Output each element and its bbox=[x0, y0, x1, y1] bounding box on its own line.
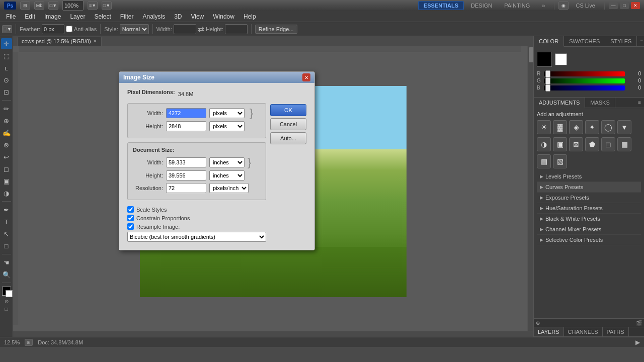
exposure-btn[interactable]: ✦ bbox=[585, 120, 599, 134]
adj-panel-collapse[interactable]: ≡ bbox=[635, 98, 644, 108]
menu-edit[interactable]: Edit bbox=[21, 12, 39, 21]
tab-masks[interactable]: MASKS bbox=[585, 98, 615, 108]
quick-mask[interactable]: ⊙ bbox=[5, 299, 9, 304]
background-color[interactable] bbox=[6, 290, 13, 297]
b-thumb[interactable] bbox=[545, 84, 550, 92]
document-tab[interactable]: cows.psd @ 12.5% (RGB/8) ✕ bbox=[17, 37, 102, 46]
adj-footer-icon2[interactable]: 🎬 bbox=[636, 320, 642, 326]
lasso-tool[interactable]: ʟ bbox=[1, 62, 12, 73]
color-panel-collapse[interactable]: ≡ bbox=[637, 36, 644, 46]
b-slider[interactable] bbox=[544, 85, 625, 90]
tab-swatches[interactable]: SWATCHES bbox=[564, 36, 605, 46]
eraser-tool[interactable]: ◻ bbox=[1, 163, 12, 174]
horizontal-scrollbar[interactable] bbox=[13, 331, 533, 337]
tab-styles[interactable]: STYLES bbox=[605, 36, 637, 46]
levels-presets-item[interactable]: ▶ Levels Presets bbox=[537, 171, 641, 182]
bw-presets-item[interactable]: ▶ Black & White Presets bbox=[537, 214, 641, 224]
g-thumb[interactable] bbox=[545, 77, 550, 84]
width-unit-select[interactable]: pixels percent bbox=[209, 108, 245, 118]
move-tool[interactable]: ✛ bbox=[1, 38, 12, 49]
menu-layer[interactable]: Layer bbox=[66, 12, 89, 21]
huesat-presets-item[interactable]: ▶ Hue/Saturation Presets bbox=[537, 203, 641, 214]
close-button[interactable]: ✕ bbox=[631, 2, 640, 9]
hand-tool[interactable]: ☚ bbox=[1, 257, 12, 268]
scale-styles-checkbox[interactable] bbox=[127, 206, 134, 213]
levels-btn[interactable]: ▓ bbox=[553, 120, 567, 134]
tab-channels[interactable]: CHANNELS bbox=[564, 327, 603, 336]
posterize-btn[interactable]: ▦ bbox=[617, 137, 631, 151]
refine-edge-button[interactable]: Refine Edge... bbox=[255, 25, 297, 34]
gradient-map-btn[interactable]: ▤ bbox=[537, 154, 551, 168]
doc-tab-close[interactable]: ✕ bbox=[93, 39, 97, 44]
foreground-swatch[interactable] bbox=[537, 52, 552, 67]
foreground-color[interactable] bbox=[2, 287, 11, 296]
style-select[interactable]: Normal bbox=[120, 24, 149, 34]
tb-icon3[interactable]: □▼ bbox=[48, 2, 58, 10]
auto-button[interactable]: Auto... bbox=[270, 132, 306, 144]
status-icon[interactable]: ⊞ bbox=[25, 339, 33, 346]
maximize-button[interactable]: □ bbox=[620, 2, 629, 9]
menu-help[interactable]: Help bbox=[239, 12, 260, 21]
scroll-right-btn[interactable]: ▶ bbox=[635, 339, 640, 346]
menu-file[interactable]: File bbox=[2, 12, 20, 21]
v-scroll-thumb[interactable] bbox=[529, 47, 533, 62]
bw-btn[interactable]: ▣ bbox=[553, 137, 567, 151]
selective-presets-item[interactable]: ▶ Selective Color Presets bbox=[537, 235, 641, 245]
cancel-button[interactable]: Cancel bbox=[270, 118, 306, 130]
tb-icon1[interactable]: ⊞ bbox=[20, 2, 30, 10]
doc-height-unit[interactable]: inches cm mm pixels bbox=[209, 170, 245, 180]
height-field[interactable] bbox=[166, 121, 206, 131]
color-balance-btn[interactable]: ◑ bbox=[537, 137, 551, 151]
menu-image[interactable]: Image bbox=[40, 12, 65, 21]
menu-analysis[interactable]: Analysis bbox=[138, 12, 169, 21]
tb-icon5[interactable]: □▼ bbox=[102, 2, 112, 10]
painting-button[interactable]: PAINTING bbox=[499, 2, 535, 10]
vertical-scrollbar[interactable] bbox=[527, 46, 533, 331]
height-input[interactable] bbox=[225, 24, 248, 34]
channel-mixer-btn[interactable]: ⬟ bbox=[585, 137, 599, 151]
menu-window[interactable]: Window bbox=[209, 12, 238, 21]
constrain-checkbox[interactable] bbox=[127, 215, 134, 221]
doc-width-unit[interactable]: inches cm mm pixels bbox=[209, 157, 245, 167]
more-workspaces-button[interactable]: » bbox=[537, 2, 550, 10]
resolution-field[interactable] bbox=[166, 183, 206, 193]
text-tool[interactable]: T bbox=[1, 216, 12, 227]
path-select-tool[interactable]: ↖ bbox=[1, 228, 12, 239]
menu-3d[interactable]: 3D bbox=[170, 12, 186, 21]
screen-mode[interactable]: □ bbox=[5, 306, 8, 312]
curves-btn[interactable]: ◈ bbox=[569, 120, 583, 134]
pen-tool[interactable]: ✒ bbox=[1, 204, 12, 215]
tool-mode-btn[interactable]: ⬚▼ bbox=[2, 25, 12, 33]
background-swatch[interactable] bbox=[555, 53, 567, 65]
eyedropper-tool[interactable]: ✏ bbox=[1, 103, 12, 114]
tab-layers[interactable]: LAYERS bbox=[534, 327, 564, 336]
minimize-button[interactable]: — bbox=[609, 2, 618, 9]
tb-icon4[interactable]: ≡▼ bbox=[88, 2, 98, 10]
resample-checkbox[interactable] bbox=[127, 223, 134, 230]
tab-adjustments[interactable]: ADJUSTMENTS bbox=[534, 98, 585, 108]
tab-color[interactable]: COLOR bbox=[534, 36, 564, 47]
vibrance-btn[interactable]: ◯ bbox=[601, 120, 615, 134]
history-brush-tool[interactable]: ↩ bbox=[1, 151, 12, 162]
width-input[interactable] bbox=[174, 24, 196, 34]
zoom-tool-btn[interactable]: 🔍 bbox=[1, 269, 12, 280]
dialog-title-bar[interactable]: Image Size ✕ bbox=[119, 72, 314, 83]
zoom-input[interactable]: 100% bbox=[62, 1, 84, 11]
r-thumb[interactable] bbox=[545, 70, 550, 77]
menu-filter[interactable]: Filter bbox=[116, 12, 138, 21]
design-button[interactable]: DESIGN bbox=[466, 2, 497, 10]
invert-btn[interactable]: ◻ bbox=[601, 137, 615, 151]
menu-view[interactable]: View bbox=[187, 12, 208, 21]
essentials-button[interactable]: ESSENTIALS bbox=[418, 1, 464, 10]
cs-live-button[interactable]: CS Live bbox=[571, 2, 600, 10]
photo-filter-btn[interactable]: ⊠ bbox=[569, 137, 583, 151]
resample-method-select[interactable]: Bicubic (best for smooth gradients) Near… bbox=[127, 232, 266, 242]
brightness-contrast-btn[interactable]: ☀ bbox=[537, 120, 551, 134]
marquee-tool[interactable]: ⬚ bbox=[1, 50, 12, 61]
width-field[interactable] bbox=[166, 108, 206, 118]
resolution-unit[interactable]: pixels/inch pixels/cm bbox=[209, 183, 249, 193]
clone-tool[interactable]: ⊗ bbox=[1, 139, 12, 150]
adj-footer-icon[interactable]: ⊕ bbox=[536, 320, 540, 326]
hue-sat-btn[interactable]: ▼ bbox=[617, 120, 631, 134]
channel-presets-item[interactable]: ▶ Channel Mixer Presets bbox=[537, 224, 641, 235]
